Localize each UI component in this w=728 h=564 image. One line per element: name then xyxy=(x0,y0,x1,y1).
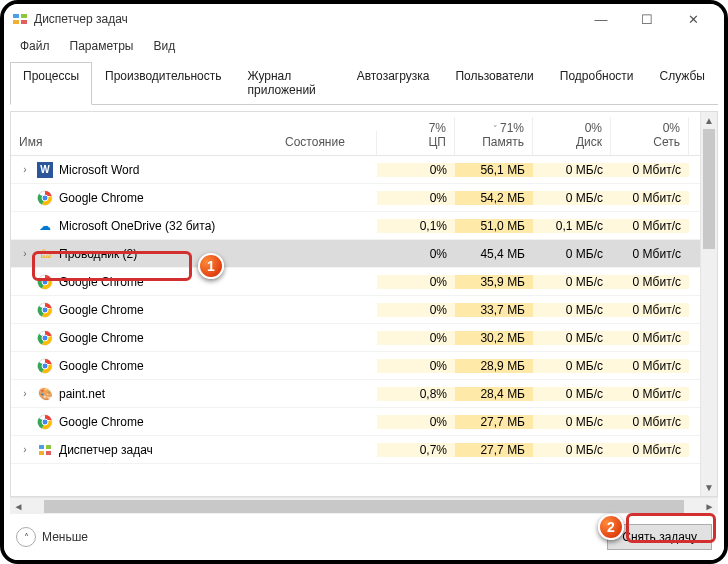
process-name: Проводник (2) xyxy=(59,247,137,261)
sort-icon: ˅ xyxy=(493,124,498,134)
table-row[interactable]: ☁Microsoft OneDrive (32 бита)0,1%51,0 МБ… xyxy=(11,212,717,240)
network-value: 0 Мбит/с xyxy=(611,387,689,401)
cpu-value: 0% xyxy=(377,191,455,205)
svg-rect-23 xyxy=(46,445,51,449)
scroll-down-icon[interactable]: ▼ xyxy=(701,479,717,496)
process-name: Microsoft Word xyxy=(59,163,139,177)
expand-icon[interactable]: › xyxy=(19,388,31,399)
col-memory[interactable]: ˅71% Память xyxy=(455,117,533,155)
svg-point-15 xyxy=(42,335,48,341)
col-network[interactable]: 0% Сеть xyxy=(611,117,689,155)
network-value: 0 Мбит/с xyxy=(611,331,689,345)
tabs: Процессы Производительность Журнал прило… xyxy=(10,62,718,105)
tab-processes[interactable]: Процессы xyxy=(10,62,92,105)
process-name: paint.net xyxy=(59,387,105,401)
cpu-value: 0% xyxy=(377,247,455,261)
svg-rect-0 xyxy=(13,14,19,18)
cpu-value: 0% xyxy=(377,275,455,289)
expand-icon[interactable]: › xyxy=(19,248,31,259)
fewer-details-button[interactable]: ˄ Меньше xyxy=(16,527,88,547)
close-button[interactable]: ✕ xyxy=(670,4,716,34)
disk-value: 0 МБ/с xyxy=(533,275,611,289)
maximize-button[interactable]: ☐ xyxy=(624,4,670,34)
table-row[interactable]: Google Chrome0%33,7 МБ0 МБ/с0 Мбит/с xyxy=(11,296,717,324)
process-icon: ☁ xyxy=(37,218,53,234)
process-name: Диспетчер задач xyxy=(59,443,153,457)
memory-value: 54,2 МБ xyxy=(455,191,533,205)
annotation-callout-1: 1 xyxy=(198,253,224,279)
menu-file[interactable]: Файл xyxy=(10,36,60,56)
network-value: 0 Мбит/с xyxy=(611,443,689,457)
table-row[interactable]: Google Chrome0%54,2 МБ0 МБ/с0 Мбит/с xyxy=(11,184,717,212)
process-icon xyxy=(37,302,53,318)
tab-users[interactable]: Пользователи xyxy=(442,62,546,104)
memory-value: 56,1 МБ xyxy=(455,163,533,177)
table-row[interactable]: ›Диспетчер задач0,7%27,7 МБ0 МБ/с0 Мбит/… xyxy=(11,436,717,464)
minimize-button[interactable]: — xyxy=(578,4,624,34)
process-icon xyxy=(37,330,53,346)
process-icon xyxy=(37,442,53,458)
disk-value: 0,1 МБ/с xyxy=(533,219,611,233)
memory-value: 27,7 МБ xyxy=(455,415,533,429)
memory-value: 30,2 МБ xyxy=(455,331,533,345)
vertical-scrollbar[interactable]: ▲ ▼ xyxy=(700,112,717,496)
process-icon: 🎨 xyxy=(37,386,53,402)
table-row[interactable]: Google Chrome0%30,2 МБ0 МБ/с0 Мбит/с xyxy=(11,324,717,352)
table-row[interactable]: ›🗂Проводник (2)0%45,4 МБ0 МБ/с0 Мбит/с xyxy=(11,240,717,268)
annotation-callout-2: 2 xyxy=(598,514,624,540)
network-value: 0 Мбит/с xyxy=(611,219,689,233)
svg-rect-1 xyxy=(21,14,27,18)
table-row[interactable]: Google Chrome0%35,9 МБ0 МБ/с0 Мбит/с xyxy=(11,268,717,296)
tab-details[interactable]: Подробности xyxy=(547,62,647,104)
tab-apphistory[interactable]: Журнал приложений xyxy=(235,62,344,104)
disk-value: 0 МБ/с xyxy=(533,415,611,429)
network-value: 0 Мбит/с xyxy=(611,163,689,177)
process-name: Google Chrome xyxy=(59,331,144,345)
svg-rect-24 xyxy=(39,451,44,455)
col-name[interactable]: Имя xyxy=(11,131,277,155)
cpu-value: 0,7% xyxy=(377,443,455,457)
process-rows: ›WMicrosoft Word0%56,1 МБ0 МБ/с0 Мбит/сG… xyxy=(11,156,717,496)
tab-performance[interactable]: Производительность xyxy=(92,62,234,104)
memory-value: 27,7 МБ xyxy=(455,443,533,457)
disk-value: 0 МБ/с xyxy=(533,359,611,373)
network-value: 0 Мбит/с xyxy=(611,415,689,429)
memory-value: 35,9 МБ xyxy=(455,275,533,289)
cpu-value: 0% xyxy=(377,415,455,429)
menu-view[interactable]: Вид xyxy=(143,36,185,56)
col-state[interactable]: Состояние xyxy=(277,131,377,155)
process-name: Google Chrome xyxy=(59,191,144,205)
menu-options[interactable]: Параметры xyxy=(60,36,144,56)
network-value: 0 Мбит/с xyxy=(611,359,689,373)
table-row[interactable]: ›WMicrosoft Word0%56,1 МБ0 МБ/с0 Мбит/с xyxy=(11,156,717,184)
expand-icon[interactable]: › xyxy=(19,164,31,175)
scroll-thumb[interactable] xyxy=(703,129,715,249)
col-disk[interactable]: 0% Диск xyxy=(533,117,611,155)
table-row[interactable]: Google Chrome0%28,9 МБ0 МБ/с0 Мбит/с xyxy=(11,352,717,380)
table-row[interactable]: Google Chrome0%27,7 МБ0 МБ/с0 Мбит/с xyxy=(11,408,717,436)
memory-value: 33,7 МБ xyxy=(455,303,533,317)
disk-value: 0 МБ/с xyxy=(533,387,611,401)
scroll-left-icon[interactable]: ◄ xyxy=(10,501,27,512)
col-cpu[interactable]: 7% ЦП xyxy=(377,117,455,155)
cpu-value: 0% xyxy=(377,359,455,373)
process-icon xyxy=(37,274,53,290)
expand-icon[interactable]: › xyxy=(19,444,31,455)
horizontal-scrollbar[interactable]: ◄ ► xyxy=(10,497,718,514)
chevron-up-icon: ˄ xyxy=(16,527,36,547)
network-value: 0 Мбит/с xyxy=(611,247,689,261)
svg-point-9 xyxy=(42,279,48,285)
scroll-right-icon[interactable]: ► xyxy=(701,501,718,512)
tab-startup[interactable]: Автозагрузка xyxy=(344,62,443,104)
svg-rect-25 xyxy=(46,451,51,455)
svg-rect-2 xyxy=(13,20,19,24)
hscroll-thumb[interactable] xyxy=(44,500,684,513)
process-icon xyxy=(37,358,53,374)
svg-point-6 xyxy=(42,195,48,201)
table-row[interactable]: ›🎨paint.net0,8%28,4 МБ0 МБ/с0 Мбит/с xyxy=(11,380,717,408)
network-value: 0 Мбит/с xyxy=(611,303,689,317)
disk-label: Диск xyxy=(576,135,602,149)
tab-services[interactable]: Службы xyxy=(647,62,718,104)
svg-point-21 xyxy=(42,419,48,425)
scroll-up-icon[interactable]: ▲ xyxy=(701,112,717,129)
